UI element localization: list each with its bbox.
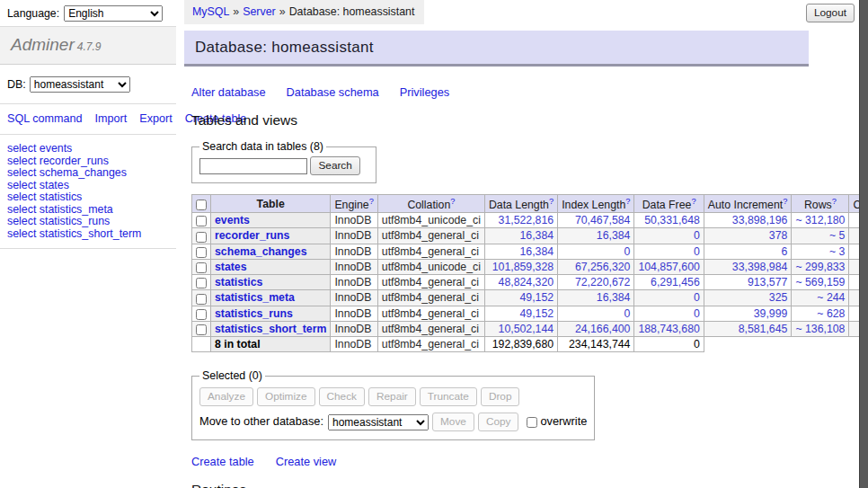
data-length-cell-value[interactable]: 10,502,144 xyxy=(499,323,554,335)
sidebar-select-link[interactable]: select statistics_meta xyxy=(7,204,169,216)
sidebar-select-link[interactable]: select states xyxy=(7,180,169,191)
drop-button[interactable]: Drop xyxy=(481,387,520,406)
overwrite-checkbox[interactable] xyxy=(527,417,537,428)
row-checkbox[interactable] xyxy=(196,262,207,273)
logout-button[interactable]: Logout xyxy=(806,4,855,22)
help-link[interactable]: ? xyxy=(783,197,787,206)
table-name-link[interactable]: states xyxy=(215,261,247,273)
data-length-cell-value[interactable]: 49,152 xyxy=(520,291,554,304)
table-row: schema_changesInnoDButf8mb4_general_ci16… xyxy=(192,244,868,259)
row-checkbox[interactable] xyxy=(196,324,207,335)
data-free-cell-value[interactable]: 0 xyxy=(694,307,700,320)
rows-cell-value[interactable]: ~ 5 xyxy=(829,229,845,242)
auto-increment-cell-value[interactable]: 8,581,645 xyxy=(739,323,788,335)
data-length-cell-value[interactable]: 49,152 xyxy=(520,307,554,320)
create-table-link[interactable]: Create table xyxy=(191,455,254,468)
rows-cell-value[interactable]: ~ 299,833 xyxy=(795,261,845,273)
row-checkbox[interactable] xyxy=(196,232,207,243)
breadcrumb-server-link[interactable]: Server xyxy=(243,5,276,18)
sql-command-link[interactable]: SQL command xyxy=(7,112,83,125)
data-free-cell-value[interactable]: 0 xyxy=(694,229,700,242)
table-name-link[interactable]: statistics_short_term xyxy=(215,323,326,335)
index-length-cell-value[interactable]: 16,384 xyxy=(597,291,631,304)
index-length-cell-value[interactable]: 72,220,672 xyxy=(575,276,631,288)
row-checkbox[interactable] xyxy=(196,278,207,288)
sidebar-select-link[interactable]: select events xyxy=(7,143,169,155)
data-length-cell-value[interactable]: 48,824,320 xyxy=(499,276,554,288)
rows-cell-value[interactable]: ~ 136,108 xyxy=(795,323,845,335)
analyze-button[interactable]: Analyze xyxy=(199,387,253,406)
row-checkbox[interactable] xyxy=(196,216,207,226)
export-link[interactable]: Export xyxy=(139,112,172,125)
sidebar-select-link[interactable]: select schema_changes xyxy=(7,167,169,179)
alter-database-link[interactable]: Alter database xyxy=(191,85,266,99)
search-input[interactable] xyxy=(199,158,307,174)
rows-cell-value[interactable]: ~ 3 xyxy=(829,245,845,258)
data-free-cell-value[interactable]: 6,291,456 xyxy=(651,276,700,288)
data-free-cell-value[interactable]: 104,857,600 xyxy=(638,261,699,273)
database-schema-link[interactable]: Database schema xyxy=(287,85,379,99)
search-button[interactable]: Search xyxy=(310,156,359,175)
index-length-cell-value[interactable]: 70,467,584 xyxy=(575,214,631,226)
auto-increment-cell-value[interactable]: 33,398,984 xyxy=(732,261,788,273)
sidebar-select-link[interactable]: select recorder_runs xyxy=(7,155,169,167)
data-free-cell-value[interactable]: 0 xyxy=(694,291,700,304)
help-link[interactable]: ? xyxy=(832,197,837,206)
index-length-cell-value[interactable]: 67,256,320 xyxy=(575,261,631,273)
rows-cell-value[interactable]: ~ 569,159 xyxy=(795,276,845,288)
auto-increment-cell-value[interactable]: 6 xyxy=(782,245,788,258)
help-link[interactable]: ? xyxy=(549,197,554,206)
optimize-button[interactable]: Optimize xyxy=(257,387,315,406)
row-checkbox[interactable] xyxy=(196,309,207,320)
vertical-scrollbar[interactable] xyxy=(859,0,868,488)
data-length-cell-value[interactable]: 16,384 xyxy=(520,229,554,242)
sidebar-select-link[interactable]: select statistics xyxy=(7,191,169,203)
truncate-button[interactable]: Truncate xyxy=(420,387,477,406)
index-length-cell-value[interactable]: 0 xyxy=(624,245,631,258)
rows-cell-value[interactable]: ~ 244 xyxy=(817,291,845,304)
help-link[interactable]: ? xyxy=(625,197,630,206)
table-name-link[interactable]: recorder_runs xyxy=(215,229,289,242)
sidebar-select-link[interactable]: select statistics_runs xyxy=(7,216,169,227)
table-name-link[interactable]: statistics xyxy=(215,276,262,288)
create-view-link[interactable]: Create view xyxy=(276,455,337,468)
help-link[interactable]: ? xyxy=(450,197,455,206)
select-all-checkbox[interactable] xyxy=(196,200,207,210)
auto-increment-cell-value[interactable]: 378 xyxy=(769,229,788,242)
data-free-cell-value[interactable]: 50,331,648 xyxy=(644,214,700,226)
check-button[interactable]: Check xyxy=(319,387,365,406)
data-free-cell-value[interactable]: 0 xyxy=(694,245,700,258)
auto-increment-cell-value[interactable]: 39,999 xyxy=(754,307,788,320)
move-button[interactable]: Move xyxy=(432,413,474,431)
table-name-link[interactable]: schema_changes xyxy=(215,245,307,258)
data-length-cell-value[interactable]: 31,522,816 xyxy=(499,214,554,226)
help-link[interactable]: ? xyxy=(691,197,695,206)
auto-increment-cell-value[interactable]: 33,898,196 xyxy=(732,214,788,226)
data-length-cell-value[interactable]: 101,859,328 xyxy=(492,261,554,273)
table-name-link[interactable]: statistics_meta xyxy=(215,291,295,304)
row-checkbox[interactable] xyxy=(196,294,207,305)
sidebar-select-link[interactable]: select statistics_short_term xyxy=(7,228,169,240)
index-length-cell-value[interactable]: 0 xyxy=(624,307,631,320)
rows-cell-value[interactable]: ~ 312,180 xyxy=(795,214,845,226)
table-name-link[interactable]: events xyxy=(215,214,250,226)
copy-button[interactable]: Copy xyxy=(478,413,519,431)
index-length-cell-value[interactable]: 24,166,400 xyxy=(575,323,631,335)
repair-button[interactable]: Repair xyxy=(368,387,416,406)
index-length-cell-value[interactable]: 16,384 xyxy=(597,229,631,242)
language-select[interactable]: English xyxy=(64,5,163,22)
rows-cell-value[interactable]: ~ 628 xyxy=(817,307,845,320)
data-length-cell-value[interactable]: 16,384 xyxy=(520,245,554,258)
adminer-logo-link[interactable]: Adminer xyxy=(11,35,75,54)
privileges-link[interactable]: Privileges xyxy=(400,85,449,99)
db-select[interactable]: homeassistant xyxy=(30,76,130,93)
table-name-link[interactable]: statistics_runs xyxy=(215,307,293,320)
import-link[interactable]: Import xyxy=(95,112,128,125)
breadcrumb-mysql-link[interactable]: MySQL xyxy=(192,5,229,18)
auto-increment-cell-value[interactable]: 913,577 xyxy=(748,276,787,288)
data-free-cell-value[interactable]: 188,743,680 xyxy=(638,323,699,335)
row-checkbox[interactable] xyxy=(196,247,207,258)
move-db-select[interactable]: homeassistant xyxy=(328,414,429,430)
help-link[interactable]: ? xyxy=(369,197,374,206)
auto-increment-cell-value[interactable]: 325 xyxy=(769,291,788,304)
